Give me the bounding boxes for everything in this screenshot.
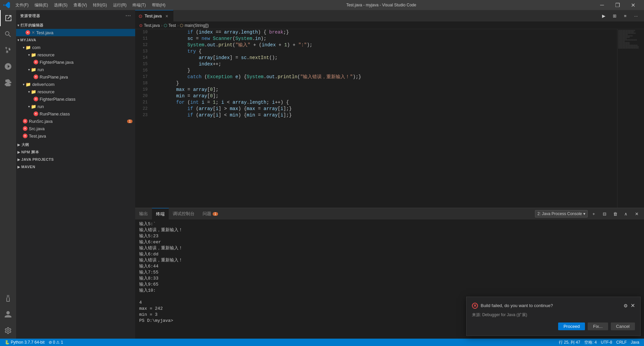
toggle-layout-button[interactable]: ≡ [621,11,630,20]
java-projects-header[interactable]: ▶ JAVA PROJECTS [16,156,135,163]
panel-tab-terminal[interactable]: 终端 [152,208,169,219]
run-button[interactable]: ▶ [599,11,608,20]
tree-item-test-java[interactable]: ✕ Test.java [16,132,135,140]
open-editors-header[interactable]: ▾ 打开的编辑器 [16,21,135,29]
com-label: com [32,45,41,50]
terminal-line-4: 输入错误，重新输入！ [139,245,640,251]
terminal-line-2: 输入5:23 [139,233,640,239]
open-editor-test-java[interactable]: ✕ ✕ Test.java [16,29,135,36]
tab-test-java[interactable]: ⊙ Test.java × [135,10,173,21]
code-editor[interactable]: 10 11 12 13 14 15 16 17 18 19 20 21 22 2… [135,29,644,208]
debug-label: 调试控制台 [173,211,195,217]
fix-button[interactable]: Fix... [588,323,608,330]
panel-tab-problems[interactable]: 问题 1 [199,208,222,219]
status-python[interactable]: 🐍 Python 3.7.7 64-bit [3,339,47,346]
menu-file[interactable]: 文件(F) [13,0,31,10]
tree-item-run[interactable]: ▾ 📁 run [16,66,135,73]
maximize-button[interactable]: ❐ [610,0,625,10]
breadcrumb-method[interactable]: main(String[]) [184,23,209,28]
error-indicator: ✕ [25,30,30,35]
activity-search[interactable] [0,26,16,42]
runplane-java-label: RunPlane.java [40,75,68,80]
line-num-20: 20 [135,93,148,99]
java-projects-chevron: ▶ [17,158,20,161]
add-terminal-button[interactable]: + [589,209,598,218]
maven-header[interactable]: ▶ MAVEN [16,163,135,170]
tree-item-runplane-java[interactable]: ✕ RunPlane.java [16,73,135,81]
cancel-button[interactable]: Cancel [611,323,635,330]
tree-item-runsrc-java[interactable]: ✕ RunSrc.java 1 [16,117,135,125]
folder-icon: 📁 [25,82,31,87]
problems-badge: 1 [213,212,218,216]
panel-up-button[interactable]: ∧ [621,209,631,218]
eol-label: CRLF [616,340,627,345]
open-editors-label: 打开的编辑器 [20,23,44,28]
menu-edit[interactable]: 编辑(E) [32,0,51,10]
close-button[interactable]: ✕ [625,0,641,10]
open-editor-label: Test.java [36,30,53,35]
activity-source-control[interactable] [0,42,16,58]
code-line-11: sc = new Scanner(System.in); [154,36,617,42]
panel-tab-output[interactable]: 输出 [135,208,152,219]
tree-item-fighterplane-java[interactable]: ✕ FighterPlane.java [16,58,135,66]
tree-item-fighterplane-class[interactable]: ✕ FighterPlane.class [16,95,135,103]
menu-goto[interactable]: 转到(G) [90,0,109,10]
clear-terminal-button[interactable]: 🗑 [610,209,620,218]
panel-close-button[interactable]: ✕ [632,209,641,218]
split-editor-button[interactable]: ⊞ [610,11,619,20]
menu-run[interactable]: 运行(R) [110,0,129,10]
minimize-button[interactable]: ─ [594,0,610,10]
proceed-button[interactable]: Proceed [558,323,585,330]
activity-test[interactable] [0,290,16,306]
tree-item-com[interactable]: ▾ 📁 com [16,44,135,51]
maven-label: MAVEN [21,165,36,169]
tree-item-deliver-com[interactable]: ▾ 📁 deliver\com [16,81,135,88]
breadcrumb-file[interactable]: Test.java [144,23,160,28]
activity-extensions[interactable] [0,75,16,91]
error-dot: ✕ [34,111,38,116]
console-select[interactable]: 2: Java Process Console ▾ [535,210,588,217]
code-line-20: min = array[0]; [154,93,617,99]
breadcrumb-class[interactable]: Test [168,23,176,28]
activity-explorer[interactable] [0,10,16,26]
project-header[interactable]: ▾ MYJAVA [16,36,135,44]
status-eol[interactable]: CRLF [614,339,629,346]
notification-gear-icon[interactable]: ⚙ [624,303,628,308]
breadcrumb-error-icon: ⊙ [139,23,143,28]
menu-view[interactable]: 查看(V) [71,0,90,10]
panel-tab-debug[interactable]: 调试控制台 [169,208,199,219]
close-icon[interactable]: ✕ [32,30,35,35]
status-position[interactable]: 行 25, 列 47 [557,339,582,346]
title-bar: 文件(F) 编辑(E) 选择(S) 查看(V) 转到(G) 运行(R) 终端(T… [0,0,644,10]
code-line-13: try { [154,48,617,55]
status-spaces[interactable]: 空格: 4 [582,339,599,346]
sidebar-more-btn[interactable]: ··· [125,13,131,19]
menu-select[interactable]: 选择(S) [51,0,70,10]
npm-header[interactable]: ▶ NPM 脚本 [16,148,135,156]
tree-item-deliver-resource[interactable]: ▾ 📁 resource [16,88,135,95]
activity-settings[interactable] [0,323,16,339]
menu-help[interactable]: 帮助(H) [149,0,168,10]
deliver-resource-label: resource [38,89,55,94]
tree-item-deliver-run[interactable]: ▾ 📁 run [16,103,135,110]
notification-close-button[interactable]: ✕ [631,302,635,309]
activity-run-debug[interactable] [0,58,16,75]
tab-close-button[interactable]: × [164,13,170,19]
tree-item-src-java[interactable]: ✕ Src.java [16,125,135,132]
status-errors[interactable]: ⊘ 0 ⚠ 1 [47,339,65,346]
code-content[interactable]: if (index == array.length) { break;} sc … [150,29,617,208]
status-encoding[interactable]: UTF-8 [599,339,614,346]
title-bar-left: 文件(F) 编辑(E) 选择(S) 查看(V) 转到(G) 运行(R) 终端(T… [3,0,168,10]
activity-avatar[interactable] [0,306,16,323]
line-num-14: 14 [135,55,148,61]
status-language[interactable]: Java [629,339,641,346]
split-terminal-button[interactable]: ⊟ [600,209,609,218]
svg-marker-0 [3,2,10,8]
folder-icon: 📁 [25,45,31,50]
menu-terminal[interactable]: 终端(T) [130,0,148,10]
tree-item-resource[interactable]: ▾ 📁 resource [16,51,135,58]
more-actions-button[interactable]: ··· [631,11,641,20]
notification-source: 来源: Debugger for Java (扩展) [472,312,635,318]
outline-header[interactable]: ▶ 大纲 [16,141,135,148]
tree-item-runplane-class[interactable]: ✕ RunPlane.class [16,110,135,117]
